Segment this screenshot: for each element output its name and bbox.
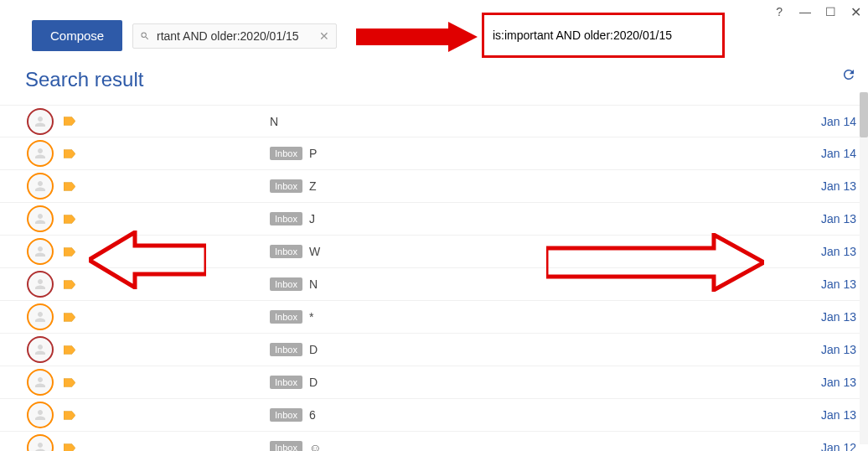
email-subject: P bbox=[309, 147, 317, 160]
maximize-button[interactable]: ☐ bbox=[824, 6, 836, 18]
avatar bbox=[27, 303, 54, 330]
inbox-badge: Inbox bbox=[270, 343, 302, 356]
search-icon bbox=[140, 30, 150, 42]
row-content: InboxP bbox=[270, 147, 317, 160]
minimize-button[interactable]: — bbox=[799, 6, 811, 18]
email-date: Jan 13 bbox=[821, 179, 856, 193]
page-title: Search result bbox=[25, 68, 868, 91]
email-date: Jan 13 bbox=[821, 212, 856, 226]
email-date: Jan 13 bbox=[821, 376, 856, 389]
annotation-arrow bbox=[356, 20, 478, 54]
important-tag-icon[interactable] bbox=[64, 215, 75, 224]
row-content: InboxZ bbox=[270, 179, 316, 193]
scrollbar[interactable] bbox=[860, 92, 868, 444]
avatar bbox=[27, 369, 54, 396]
window-controls: ? — ☐ ✕ bbox=[776, 5, 861, 18]
email-subject: * bbox=[309, 310, 313, 324]
annotation-callout: is:important AND older:2020/01/15 bbox=[482, 13, 725, 58]
email-row[interactable]: Inbox6Jan 13 bbox=[0, 399, 868, 432]
close-button[interactable]: ✕ bbox=[850, 6, 861, 18]
search-input[interactable] bbox=[157, 29, 316, 43]
email-row[interactable]: InboxDJan 13 bbox=[0, 334, 868, 366]
refresh-area bbox=[841, 67, 856, 86]
email-list: NJan 14InboxPJan 14InboxZJan 13InboxJJan… bbox=[0, 105, 868, 451]
inbox-badge: Inbox bbox=[270, 310, 302, 324]
important-tag-icon[interactable] bbox=[64, 149, 75, 158]
search-box[interactable]: ✕ bbox=[132, 23, 337, 49]
email-row[interactable]: InboxZJan 13 bbox=[0, 170, 868, 203]
email-date: Jan 13 bbox=[821, 408, 856, 422]
compose-button[interactable]: Compose bbox=[32, 20, 122, 51]
row-content: Inbox* bbox=[270, 310, 313, 324]
row-content: Inbox☺ bbox=[270, 441, 321, 451]
email-row[interactable]: InboxWJan 13 bbox=[0, 236, 868, 268]
row-content: InboxD bbox=[270, 376, 318, 389]
email-row[interactable]: NJan 14 bbox=[0, 105, 868, 137]
email-row[interactable]: Inbox☺Jan 12 bbox=[0, 432, 868, 451]
help-icon[interactable]: ? bbox=[776, 5, 783, 18]
row-content: InboxD bbox=[270, 343, 318, 356]
email-row[interactable]: InboxDJan 13 bbox=[0, 366, 868, 399]
inbox-badge: Inbox bbox=[270, 277, 302, 291]
email-subject: J bbox=[309, 212, 315, 226]
important-tag-icon[interactable] bbox=[64, 378, 75, 387]
inbox-badge: Inbox bbox=[270, 179, 302, 193]
important-tag-icon[interactable] bbox=[64, 411, 75, 420]
important-tag-icon[interactable] bbox=[64, 443, 75, 452]
annotation-text: is:important AND older:2020/01/15 bbox=[493, 29, 672, 42]
row-content: Inbox6 bbox=[270, 408, 316, 422]
inbox-badge: Inbox bbox=[270, 408, 302, 422]
row-content: InboxJ bbox=[270, 212, 315, 226]
email-subject: ☺ bbox=[309, 441, 321, 451]
refresh-icon[interactable] bbox=[841, 69, 856, 86]
avatar bbox=[27, 271, 54, 298]
email-date: Jan 13 bbox=[821, 310, 856, 324]
email-subject: N bbox=[309, 277, 318, 291]
row-content: InboxW bbox=[270, 245, 320, 258]
inbox-badge: Inbox bbox=[270, 212, 302, 226]
inbox-badge: Inbox bbox=[270, 245, 302, 258]
email-row[interactable]: InboxJJan 13 bbox=[0, 203, 868, 236]
email-subject: Z bbox=[309, 179, 317, 193]
email-date: Jan 14 bbox=[821, 115, 856, 128]
email-date: Jan 13 bbox=[821, 245, 856, 258]
avatar bbox=[27, 205, 54, 232]
scrollbar-thumb[interactable] bbox=[860, 92, 868, 137]
email-row[interactable]: Inbox*Jan 13 bbox=[0, 301, 868, 334]
important-tag-icon[interactable] bbox=[64, 247, 75, 257]
svg-marker-0 bbox=[356, 22, 478, 52]
row-content: InboxN bbox=[270, 277, 318, 291]
avatar bbox=[27, 434, 54, 451]
row-content: N bbox=[270, 115, 278, 128]
email-subject: 6 bbox=[309, 408, 316, 422]
avatar bbox=[27, 238, 54, 265]
avatar bbox=[27, 336, 54, 363]
email-subject: D bbox=[309, 376, 318, 389]
important-tag-icon[interactable] bbox=[64, 280, 75, 289]
email-subject: W bbox=[309, 245, 320, 258]
email-date: Jan 13 bbox=[821, 343, 856, 356]
inbox-badge: Inbox bbox=[270, 147, 302, 160]
email-date: Jan 14 bbox=[821, 147, 856, 160]
email-date: Jan 13 bbox=[821, 277, 856, 291]
important-tag-icon[interactable] bbox=[64, 182, 75, 191]
email-date: Jan 12 bbox=[821, 441, 856, 451]
important-tag-icon[interactable] bbox=[64, 313, 75, 322]
avatar bbox=[27, 402, 54, 428]
avatar bbox=[27, 108, 54, 135]
email-row[interactable]: InboxNJan 13 bbox=[0, 268, 868, 301]
email-subject: N bbox=[270, 115, 278, 128]
email-subject: D bbox=[309, 343, 318, 356]
avatar bbox=[27, 173, 54, 200]
clear-search-icon[interactable]: ✕ bbox=[319, 29, 329, 43]
avatar bbox=[27, 140, 54, 167]
inbox-badge: Inbox bbox=[270, 376, 302, 389]
inbox-badge: Inbox bbox=[270, 441, 302, 451]
important-tag-icon[interactable] bbox=[64, 117, 75, 126]
email-row[interactable]: InboxPJan 14 bbox=[0, 137, 868, 170]
important-tag-icon[interactable] bbox=[64, 345, 75, 355]
